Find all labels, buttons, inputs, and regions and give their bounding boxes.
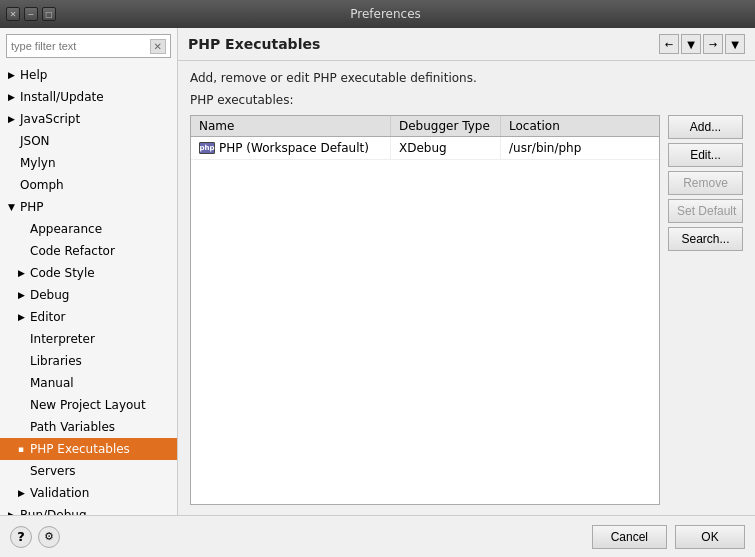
side-buttons: Add... Edit... Remove Set Default Search… bbox=[668, 115, 743, 505]
title-bar: ✕ ─ □ Preferences bbox=[0, 0, 755, 28]
sidebar-item-label: PHP bbox=[20, 198, 44, 216]
sidebar-item-label: Appearance bbox=[30, 220, 102, 238]
sidebar-item-debug[interactable]: ▶ Debug bbox=[0, 284, 177, 306]
php-icon: php bbox=[199, 142, 215, 154]
sidebar-item-label: Mylyn bbox=[20, 154, 56, 172]
panel-title: PHP Executables bbox=[188, 36, 320, 52]
sidebar-item-path-variables[interactable]: Path Variables bbox=[0, 416, 177, 438]
sidebar-item-php-executables[interactable]: ▪ PHP Executables bbox=[0, 438, 177, 460]
col-header-debugger: Debugger Type bbox=[391, 116, 501, 136]
expand-arrow: ▼ bbox=[8, 198, 18, 216]
cell-debugger: XDebug bbox=[391, 137, 501, 159]
expand-arrow: ▶ bbox=[18, 484, 28, 502]
sidebar-item-servers[interactable]: Servers bbox=[0, 460, 177, 482]
sidebar-item-interpreter[interactable]: Interpreter bbox=[0, 328, 177, 350]
expand-arrow: ▶ bbox=[18, 286, 28, 304]
add-button[interactable]: Add... bbox=[668, 115, 743, 139]
main-container: ✕ ▶ Help ▶ Install/Update ▶ JavaScript J… bbox=[0, 28, 755, 557]
executables-table: Name Debugger Type Location php PHP (Wor… bbox=[190, 115, 660, 505]
panel-header: PHP Executables ← ▼ → ▼ bbox=[178, 28, 755, 61]
close-button[interactable]: ✕ bbox=[6, 7, 20, 21]
sidebar-item-install-update[interactable]: ▶ Install/Update bbox=[0, 86, 177, 108]
sidebar: ✕ ▶ Help ▶ Install/Update ▶ JavaScript J… bbox=[0, 28, 178, 515]
window-controls[interactable]: ✕ ─ □ bbox=[6, 7, 56, 21]
sidebar-item-libraries[interactable]: Libraries bbox=[0, 350, 177, 372]
cell-location: /usr/bin/php bbox=[501, 137, 659, 159]
sidebar-item-label: Interpreter bbox=[30, 330, 95, 348]
executables-label: PHP executables: bbox=[190, 93, 743, 107]
panel-toolbar: ← ▼ → ▼ bbox=[659, 34, 745, 54]
expand-arrow: ▪ bbox=[18, 440, 28, 458]
col-header-location: Location bbox=[501, 116, 659, 136]
sidebar-item-label: Libraries bbox=[30, 352, 82, 370]
sidebar-item-label: PHP Executables bbox=[30, 440, 130, 458]
sidebar-item-oomph[interactable]: Oomph bbox=[0, 174, 177, 196]
sidebar-item-label: Manual bbox=[30, 374, 74, 392]
search-button[interactable]: Search... bbox=[668, 227, 743, 251]
table-row[interactable]: php PHP (Workspace Default) XDebug /usr/… bbox=[191, 137, 659, 160]
sidebar-item-label: Editor bbox=[30, 308, 66, 326]
filter-input[interactable] bbox=[11, 40, 150, 52]
bottom-bar: ? ⚙ Cancel OK bbox=[0, 515, 755, 557]
sidebar-item-code-refactor[interactable]: Code Refactor bbox=[0, 240, 177, 262]
filter-box[interactable]: ✕ bbox=[6, 34, 171, 58]
sidebar-item-new-project-layout[interactable]: New Project Layout bbox=[0, 394, 177, 416]
right-panel: PHP Executables ← ▼ → ▼ Add, remove or e… bbox=[178, 28, 755, 515]
sidebar-item-label: Servers bbox=[30, 462, 76, 480]
sidebar-item-label: Validation bbox=[30, 484, 89, 502]
ok-button[interactable]: OK bbox=[675, 525, 745, 549]
sidebar-item-php[interactable]: ▼ PHP bbox=[0, 196, 177, 218]
sidebar-item-label: Debug bbox=[30, 286, 69, 304]
help-button[interactable]: ? bbox=[10, 526, 32, 548]
sidebar-item-mylyn[interactable]: Mylyn bbox=[0, 152, 177, 174]
sidebar-item-javascript[interactable]: ▶ JavaScript bbox=[0, 108, 177, 130]
sidebar-item-label: Help bbox=[20, 66, 47, 84]
sidebar-tree: ▶ Help ▶ Install/Update ▶ JavaScript JSO… bbox=[0, 64, 177, 515]
description-text: Add, remove or edit PHP executable defin… bbox=[190, 71, 743, 85]
sidebar-item-label: JSON bbox=[20, 132, 50, 150]
sidebar-item-validation[interactable]: ▶ Validation bbox=[0, 482, 177, 504]
sidebar-item-label: Install/Update bbox=[20, 88, 104, 106]
expand-arrow: ▶ bbox=[8, 110, 18, 128]
back-button[interactable]: ← bbox=[659, 34, 679, 54]
sidebar-item-label: Code Refactor bbox=[30, 242, 115, 260]
maximize-button[interactable]: □ bbox=[42, 7, 56, 21]
sidebar-item-label: Path Variables bbox=[30, 418, 115, 436]
forward-button[interactable]: → bbox=[703, 34, 723, 54]
cell-name: php PHP (Workspace Default) bbox=[191, 137, 391, 159]
table-and-buttons: Name Debugger Type Location php PHP (Wor… bbox=[190, 115, 743, 505]
sidebar-item-appearance[interactable]: Appearance bbox=[0, 218, 177, 240]
panel-content: Add, remove or edit PHP executable defin… bbox=[178, 61, 755, 515]
back-dropdown-button[interactable]: ▼ bbox=[681, 34, 701, 54]
settings-button[interactable]: ⚙ bbox=[38, 526, 60, 548]
col-header-name: Name bbox=[191, 116, 391, 136]
table-header: Name Debugger Type Location bbox=[191, 116, 659, 137]
sidebar-item-run-debug[interactable]: ▶ Run/Debug bbox=[0, 504, 177, 515]
expand-arrow: ▶ bbox=[18, 308, 28, 326]
sidebar-item-manual[interactable]: Manual bbox=[0, 372, 177, 394]
expand-arrow: ▶ bbox=[18, 264, 28, 282]
sidebar-item-label: Oomph bbox=[20, 176, 64, 194]
sidebar-item-label: Run/Debug bbox=[20, 506, 87, 515]
expand-arrow: ▶ bbox=[8, 66, 18, 84]
sidebar-item-code-style[interactable]: ▶ Code Style bbox=[0, 262, 177, 284]
sidebar-item-editor[interactable]: ▶ Editor bbox=[0, 306, 177, 328]
forward-dropdown-button[interactable]: ▼ bbox=[725, 34, 745, 54]
sidebar-item-label: New Project Layout bbox=[30, 396, 146, 414]
window-title: Preferences bbox=[62, 7, 709, 21]
sidebar-item-label: Code Style bbox=[30, 264, 95, 282]
sidebar-item-label: JavaScript bbox=[20, 110, 80, 128]
minimize-button[interactable]: ─ bbox=[24, 7, 38, 21]
sidebar-item-help[interactable]: ▶ Help bbox=[0, 64, 177, 86]
edit-button[interactable]: Edit... bbox=[668, 143, 743, 167]
filter-clear-button[interactable]: ✕ bbox=[150, 39, 166, 54]
expand-arrow: ▶ bbox=[8, 506, 18, 515]
set-default-button[interactable]: Set Default bbox=[668, 199, 743, 223]
bottom-right-controls: Cancel OK bbox=[592, 525, 745, 549]
sidebar-item-json[interactable]: JSON bbox=[0, 130, 177, 152]
expand-arrow: ▶ bbox=[8, 88, 18, 106]
content-area: ✕ ▶ Help ▶ Install/Update ▶ JavaScript J… bbox=[0, 28, 755, 515]
cancel-button[interactable]: Cancel bbox=[592, 525, 667, 549]
bottom-left-controls: ? ⚙ bbox=[10, 526, 60, 548]
remove-button[interactable]: Remove bbox=[668, 171, 743, 195]
